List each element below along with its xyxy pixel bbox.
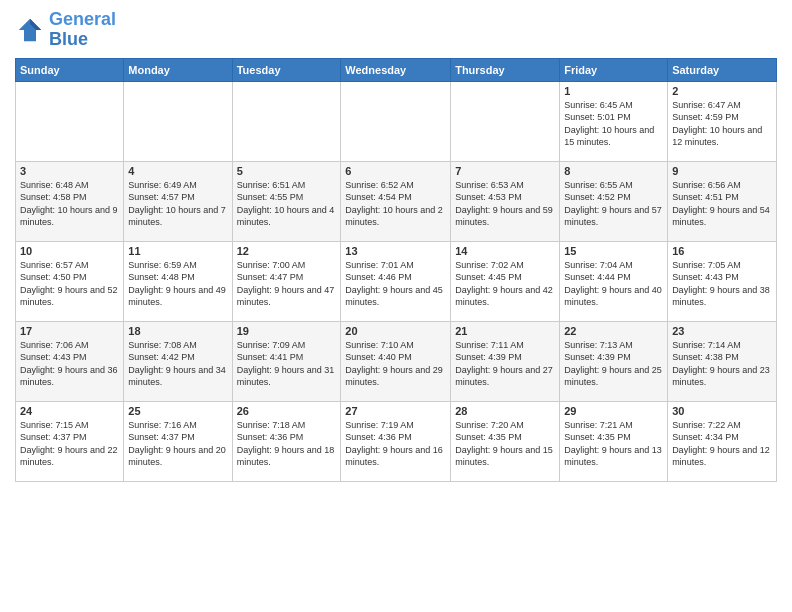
day-number: 2 [672,85,772,97]
day-info: Sunrise: 7:22 AM Sunset: 4:34 PM Dayligh… [672,419,772,469]
day-info: Sunrise: 6:55 AM Sunset: 4:52 PM Dayligh… [564,179,663,229]
calendar-cell: 24Sunrise: 7:15 AM Sunset: 4:37 PM Dayli… [16,401,124,481]
day-number: 10 [20,245,119,257]
day-number: 20 [345,325,446,337]
day-number: 16 [672,245,772,257]
day-number: 14 [455,245,555,257]
calendar-week-row: 10Sunrise: 6:57 AM Sunset: 4:50 PM Dayli… [16,241,777,321]
day-number: 4 [128,165,227,177]
day-info: Sunrise: 7:04 AM Sunset: 4:44 PM Dayligh… [564,259,663,309]
calendar-header-row: SundayMondayTuesdayWednesdayThursdayFrid… [16,58,777,81]
calendar-cell: 7Sunrise: 6:53 AM Sunset: 4:53 PM Daylig… [451,161,560,241]
day-info: Sunrise: 7:10 AM Sunset: 4:40 PM Dayligh… [345,339,446,389]
day-info: Sunrise: 6:49 AM Sunset: 4:57 PM Dayligh… [128,179,227,229]
day-info: Sunrise: 7:19 AM Sunset: 4:36 PM Dayligh… [345,419,446,469]
day-info: Sunrise: 6:48 AM Sunset: 4:58 PM Dayligh… [20,179,119,229]
day-info: Sunrise: 7:21 AM Sunset: 4:35 PM Dayligh… [564,419,663,469]
day-info: Sunrise: 7:18 AM Sunset: 4:36 PM Dayligh… [237,419,337,469]
day-number: 12 [237,245,337,257]
calendar-cell [232,81,341,161]
day-info: Sunrise: 7:00 AM Sunset: 4:47 PM Dayligh… [237,259,337,309]
calendar-cell: 1Sunrise: 6:45 AM Sunset: 5:01 PM Daylig… [560,81,668,161]
calendar-cell: 29Sunrise: 7:21 AM Sunset: 4:35 PM Dayli… [560,401,668,481]
calendar-cell: 30Sunrise: 7:22 AM Sunset: 4:34 PM Dayli… [668,401,777,481]
day-number: 1 [564,85,663,97]
day-number: 11 [128,245,227,257]
day-info: Sunrise: 7:11 AM Sunset: 4:39 PM Dayligh… [455,339,555,389]
calendar-day-header: Thursday [451,58,560,81]
day-number: 27 [345,405,446,417]
day-info: Sunrise: 7:08 AM Sunset: 4:42 PM Dayligh… [128,339,227,389]
day-info: Sunrise: 7:05 AM Sunset: 4:43 PM Dayligh… [672,259,772,309]
page: General Blue SundayMondayTuesdayWednesda… [0,0,792,612]
calendar-week-row: 24Sunrise: 7:15 AM Sunset: 4:37 PM Dayli… [16,401,777,481]
day-number: 30 [672,405,772,417]
calendar-cell: 10Sunrise: 6:57 AM Sunset: 4:50 PM Dayli… [16,241,124,321]
calendar-cell: 13Sunrise: 7:01 AM Sunset: 4:46 PM Dayli… [341,241,451,321]
day-number: 18 [128,325,227,337]
day-number: 3 [20,165,119,177]
logo: General Blue [15,10,116,50]
day-info: Sunrise: 6:47 AM Sunset: 4:59 PM Dayligh… [672,99,772,149]
calendar-cell: 8Sunrise: 6:55 AM Sunset: 4:52 PM Daylig… [560,161,668,241]
calendar-week-row: 1Sunrise: 6:45 AM Sunset: 5:01 PM Daylig… [16,81,777,161]
calendar-table: SundayMondayTuesdayWednesdayThursdayFrid… [15,58,777,482]
calendar-cell: 3Sunrise: 6:48 AM Sunset: 4:58 PM Daylig… [16,161,124,241]
day-number: 19 [237,325,337,337]
day-info: Sunrise: 6:57 AM Sunset: 4:50 PM Dayligh… [20,259,119,309]
day-number: 29 [564,405,663,417]
calendar-cell [341,81,451,161]
calendar-cell: 18Sunrise: 7:08 AM Sunset: 4:42 PM Dayli… [124,321,232,401]
calendar-cell [16,81,124,161]
calendar-day-header: Wednesday [341,58,451,81]
calendar-cell [451,81,560,161]
calendar-cell [124,81,232,161]
calendar-cell: 11Sunrise: 6:59 AM Sunset: 4:48 PM Dayli… [124,241,232,321]
day-info: Sunrise: 7:06 AM Sunset: 4:43 PM Dayligh… [20,339,119,389]
day-number: 7 [455,165,555,177]
day-number: 13 [345,245,446,257]
calendar-cell: 26Sunrise: 7:18 AM Sunset: 4:36 PM Dayli… [232,401,341,481]
day-number: 26 [237,405,337,417]
calendar-cell: 16Sunrise: 7:05 AM Sunset: 4:43 PM Dayli… [668,241,777,321]
logo-icon [15,15,45,45]
calendar-day-header: Friday [560,58,668,81]
calendar-week-row: 17Sunrise: 7:06 AM Sunset: 4:43 PM Dayli… [16,321,777,401]
day-number: 23 [672,325,772,337]
day-number: 8 [564,165,663,177]
day-info: Sunrise: 6:51 AM Sunset: 4:55 PM Dayligh… [237,179,337,229]
day-number: 15 [564,245,663,257]
day-info: Sunrise: 7:01 AM Sunset: 4:46 PM Dayligh… [345,259,446,309]
day-info: Sunrise: 7:13 AM Sunset: 4:39 PM Dayligh… [564,339,663,389]
day-info: Sunrise: 7:02 AM Sunset: 4:45 PM Dayligh… [455,259,555,309]
calendar-cell: 14Sunrise: 7:02 AM Sunset: 4:45 PM Dayli… [451,241,560,321]
day-number: 9 [672,165,772,177]
calendar-cell: 6Sunrise: 6:52 AM Sunset: 4:54 PM Daylig… [341,161,451,241]
day-number: 21 [455,325,555,337]
calendar-cell: 17Sunrise: 7:06 AM Sunset: 4:43 PM Dayli… [16,321,124,401]
logo-text: General Blue [49,10,116,50]
day-info: Sunrise: 7:20 AM Sunset: 4:35 PM Dayligh… [455,419,555,469]
calendar-cell: 28Sunrise: 7:20 AM Sunset: 4:35 PM Dayli… [451,401,560,481]
calendar-cell: 27Sunrise: 7:19 AM Sunset: 4:36 PM Dayli… [341,401,451,481]
calendar-cell: 2Sunrise: 6:47 AM Sunset: 4:59 PM Daylig… [668,81,777,161]
calendar-cell: 20Sunrise: 7:10 AM Sunset: 4:40 PM Dayli… [341,321,451,401]
calendar-cell: 12Sunrise: 7:00 AM Sunset: 4:47 PM Dayli… [232,241,341,321]
calendar-day-header: Saturday [668,58,777,81]
day-info: Sunrise: 6:56 AM Sunset: 4:51 PM Dayligh… [672,179,772,229]
calendar-week-row: 3Sunrise: 6:48 AM Sunset: 4:58 PM Daylig… [16,161,777,241]
day-number: 5 [237,165,337,177]
calendar-day-header: Tuesday [232,58,341,81]
day-info: Sunrise: 7:09 AM Sunset: 4:41 PM Dayligh… [237,339,337,389]
day-number: 22 [564,325,663,337]
day-info: Sunrise: 6:53 AM Sunset: 4:53 PM Dayligh… [455,179,555,229]
day-info: Sunrise: 6:45 AM Sunset: 5:01 PM Dayligh… [564,99,663,149]
calendar-day-header: Monday [124,58,232,81]
day-info: Sunrise: 6:59 AM Sunset: 4:48 PM Dayligh… [128,259,227,309]
day-number: 17 [20,325,119,337]
calendar-cell: 25Sunrise: 7:16 AM Sunset: 4:37 PM Dayli… [124,401,232,481]
day-info: Sunrise: 6:52 AM Sunset: 4:54 PM Dayligh… [345,179,446,229]
calendar-cell: 15Sunrise: 7:04 AM Sunset: 4:44 PM Dayli… [560,241,668,321]
calendar-cell: 4Sunrise: 6:49 AM Sunset: 4:57 PM Daylig… [124,161,232,241]
header: General Blue [15,10,777,50]
